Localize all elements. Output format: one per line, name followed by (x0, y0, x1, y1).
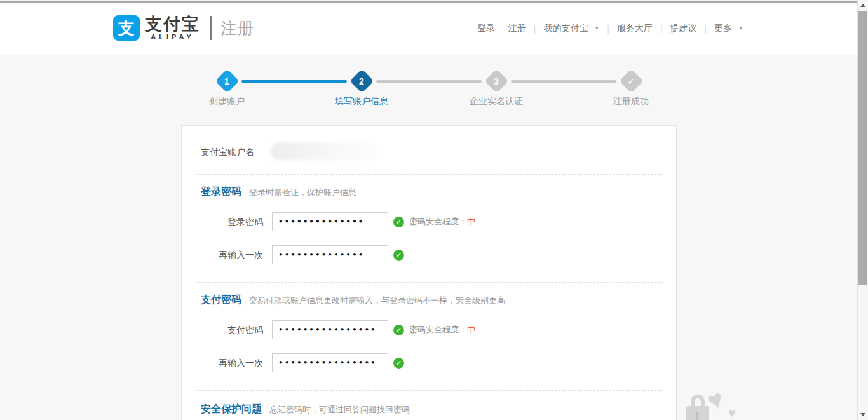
step-3-enterprise-verify: 3 (484, 69, 509, 94)
step-connector-done (241, 80, 347, 83)
lock-keyhole (696, 412, 698, 420)
login-password-row: 登录密码 ✓ 密码安全程度：中 (182, 212, 676, 231)
pay-password-input[interactable] (272, 320, 388, 339)
brand-text: 支付宝 ALIPAY (145, 15, 200, 41)
pay-password-confirm-row: 再输入一次 ✓ (182, 353, 676, 372)
step-label-enterprise-verify: 企业实名认证 (445, 96, 547, 107)
brand-name-en: ALIPAY (145, 33, 200, 41)
chevron-down-icon: ▼ (594, 25, 599, 31)
arrow-down-icon (860, 413, 865, 416)
pay-password-title: 支付密码 (201, 294, 241, 307)
arrow-up-icon (860, 4, 865, 7)
nav-login-link[interactable]: 登录 (477, 23, 495, 34)
heart-icon: ♥ (727, 405, 737, 420)
step-label-fill-info: 填写账户信息 (311, 96, 412, 107)
nav-separator: | (526, 24, 544, 34)
lock-icon (686, 395, 709, 420)
page-title: 注册 (220, 18, 255, 39)
alipay-logo[interactable]: 支 支付宝 ALIPAY 注册 (113, 15, 255, 41)
nav-my-alipay-menu[interactable]: 我的支付宝 ▼ (543, 23, 599, 34)
nav-dash: - (495, 24, 508, 34)
strength-label: 密码安全程度： (409, 217, 467, 226)
main-content: 1 2 3 ✓ 创建账户 填写账户信息 企业实名认证 注册成功 支付宝账户名 登… (0, 55, 857, 420)
step-connector-todo (376, 80, 482, 83)
pay-password-section-header: 支付密码 交易付款或账户信息更改时需输入，与登录密码不一样，安全级别更高 (201, 294, 505, 307)
login-password-section-header: 登录密码 登录时需验证，保护账户信息 (201, 186, 356, 199)
login-password-confirm-row: 再输入一次 ✓ (182, 245, 676, 264)
step-1-create-account: 1 (214, 69, 240, 94)
nav-my-alipay-label: 我的支付宝 (543, 23, 588, 33)
pay-password-field-label: 支付密码 (182, 320, 263, 339)
page-header: 支 支付宝 ALIPAY 注册 登录 - 注册 | 我的支付宝 ▼ | 服务大厅… (0, 4, 868, 55)
vertical-scrollbar[interactable] (857, 0, 868, 420)
account-name-redacted-value (271, 142, 377, 160)
security-question-section-header: 安全保护问题 忘记密码时，可通过回答问题找回密码 (201, 403, 410, 416)
alipay-logo-icon: 支 (113, 15, 140, 41)
scroll-up-button[interactable] (858, 0, 868, 11)
step-number: 2 (349, 69, 374, 94)
login-password-desc: 登录时需验证，保护账户信息 (249, 187, 356, 198)
nav-more-label: 更多 (714, 23, 732, 33)
chevron-down-icon: ▼ (738, 25, 743, 31)
check-icon: ✓ (618, 69, 644, 94)
step-connector-todo (511, 80, 616, 83)
step-label-create-account: 创建账户 (176, 96, 278, 107)
check-circle-icon: ✓ (393, 358, 404, 369)
browser-chrome-edge (0, 0, 868, 3)
strength-value: 中 (467, 217, 475, 226)
strength-value: 中 (467, 325, 475, 334)
login-password-input[interactable] (272, 212, 388, 231)
nav-more-menu[interactable]: 更多 ▼ (714, 23, 743, 34)
step-number: 1 (214, 69, 240, 94)
nav-separator: | (653, 24, 670, 34)
nav-separator: | (697, 24, 715, 34)
brand-name-cn: 支付宝 (145, 15, 200, 33)
account-name-label: 支付宝账户名 (201, 147, 254, 158)
alipay-logo-glyph: 支 (118, 20, 135, 36)
check-circle-icon: ✓ (393, 217, 404, 227)
strength-label: 密码安全程度： (409, 325, 467, 334)
nav-separator: | (599, 24, 617, 34)
nav-service-hall-link[interactable]: 服务大厅 (617, 23, 653, 34)
step-label-success: 注册成功 (580, 96, 682, 107)
login-password-title: 登录密码 (201, 186, 241, 199)
registration-form-card: 支付宝账户名 登录密码 登录时需验证，保护账户信息 登录密码 ✓ 密码安全程度：… (181, 125, 677, 420)
security-question-desc: 忘记密码时，可通过回答问题找回密码 (269, 404, 410, 416)
pay-password-confirm-input[interactable] (272, 353, 388, 372)
logo-divider (210, 16, 212, 40)
section-divider (196, 282, 662, 283)
password-strength: 密码安全程度：中 (409, 212, 475, 231)
step-4-success: ✓ (618, 69, 644, 94)
pay-password-row: 支付密码 ✓ 密码安全程度：中 (182, 320, 676, 339)
nav-suggestion-link[interactable]: 提建议 (670, 23, 697, 34)
check-circle-icon: ✓ (393, 250, 404, 261)
scrollbar-thumb[interactable] (858, 11, 867, 285)
check-circle-icon: ✓ (393, 325, 404, 335)
step-number: 3 (484, 69, 509, 94)
login-password-field-label: 登录密码 (182, 212, 263, 231)
confirm-field-label: 再输入一次 (182, 353, 263, 372)
pay-password-desc: 交易付款或账户信息更改时需输入，与登录密码不一样，安全级别更高 (249, 295, 505, 306)
nav-register-link[interactable]: 注册 (508, 23, 526, 34)
login-password-confirm-input[interactable] (272, 245, 388, 264)
section-divider (196, 390, 662, 391)
step-2-fill-info: 2 (349, 69, 374, 94)
top-nav: 登录 - 注册 | 我的支付宝 ▼ | 服务大厅 | 提建议 | 更多 ▼ (477, 23, 743, 34)
scroll-down-button[interactable] (858, 409, 868, 420)
password-strength: 密码安全程度：中 (409, 320, 475, 339)
security-question-title: 安全保护问题 (201, 403, 262, 416)
confirm-field-label: 再输入一次 (182, 245, 263, 264)
lock-body (686, 406, 709, 420)
section-divider (196, 174, 662, 175)
